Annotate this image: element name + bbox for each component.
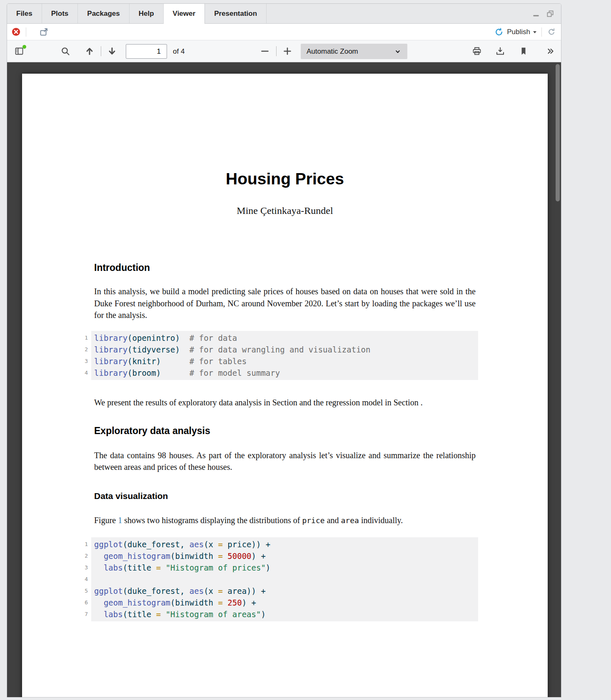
viewer-pane: Files Plots Packages Help Viewer Present… xyxy=(7,3,561,698)
download-icon[interactable] xyxy=(494,45,507,58)
document-author: Mine Çetinkaya-Rundel xyxy=(94,205,476,217)
tab-plots[interactable]: Plots xyxy=(42,4,78,23)
sidebar-toggle-button[interactable] xyxy=(12,45,26,58)
more-tools-chevrons-icon[interactable] xyxy=(544,45,557,58)
toolbar-divider xyxy=(101,46,101,56)
code-line-number: 6 xyxy=(80,597,88,608)
code-line-number: 1 xyxy=(80,332,88,344)
code-line: 2 geom_histogram(binwidth = 50000) + xyxy=(91,550,478,562)
bookmark-icon[interactable] xyxy=(517,45,530,58)
tab-presentation-label: Presentation xyxy=(214,10,257,18)
pane-tabbar: Files Plots Packages Help Viewer Present… xyxy=(7,4,561,24)
paragraph-figure: Figure 1 shows two histograms displaying… xyxy=(94,514,476,527)
zoom-in-button[interactable] xyxy=(281,45,294,58)
page-count-label: of 4 xyxy=(173,40,185,62)
maximize-pane-icon[interactable] xyxy=(546,10,554,18)
viewer-scrollbar[interactable] xyxy=(556,64,560,201)
inline-code-price: price xyxy=(302,516,324,525)
pdf-toolbar: of 4 Automatic Zoom xyxy=(7,40,561,62)
publish-dropdown-caret[interactable] xyxy=(533,31,536,33)
heading-data-visualization: Data visualization xyxy=(94,491,476,501)
tab-help-label: Help xyxy=(139,10,154,18)
tab-plots-label: Plots xyxy=(51,10,69,18)
tab-packages-label: Packages xyxy=(87,10,120,18)
code-line: 3 labs(title = "Histogram of prices") xyxy=(91,562,478,573)
heading-eda: Exploratory data analysis xyxy=(94,425,476,436)
zoom-select-value: Automatic Zoom xyxy=(307,47,358,56)
next-page-button[interactable] xyxy=(105,45,119,58)
figure-paragraph-text: shows two histograms displaying the dist… xyxy=(122,516,302,525)
code-line-number: 7 xyxy=(80,608,88,620)
code-line: 1library(openintro) # for data xyxy=(91,332,478,344)
zoom-out-button[interactable] xyxy=(258,45,272,58)
tab-files-label: Files xyxy=(16,10,32,18)
tab-packages[interactable]: Packages xyxy=(78,4,129,23)
code-line-number: 2 xyxy=(80,344,88,355)
code-line-number: 2 xyxy=(80,550,88,562)
toolbar-divider xyxy=(541,27,542,37)
figure-paragraph-text: and xyxy=(325,516,341,525)
open-in-new-window-icon[interactable] xyxy=(39,27,49,37)
paragraph-present: We present the results of exploratory da… xyxy=(94,397,476,409)
toolbar-divider xyxy=(26,27,26,37)
figure-paragraph-text: individually. xyxy=(359,516,403,525)
previous-page-button[interactable] xyxy=(83,45,96,58)
search-icon[interactable] xyxy=(59,45,72,58)
code-line: 2library(tidyverse) # for data wrangling… xyxy=(91,344,478,355)
minimize-pane-icon[interactable] xyxy=(532,10,540,18)
code-line: 4 xyxy=(91,573,478,585)
code-block-ggplot: 1ggplot(duke_forest, aes(x = price)) +2 … xyxy=(91,537,478,621)
paragraph-introduction: In this analysis, we build a model predi… xyxy=(94,285,476,321)
heading-introduction: Introduction xyxy=(94,262,476,273)
print-icon[interactable] xyxy=(470,45,484,58)
code-line-number: 3 xyxy=(80,355,88,367)
tab-viewer-label: Viewer xyxy=(173,10,196,18)
code-line-number: 5 xyxy=(80,585,88,597)
tab-viewer[interactable]: Viewer xyxy=(164,4,205,24)
code-line: 5ggplot(duke_forest, aes(x = area)) + xyxy=(91,585,478,597)
paragraph-eda: The data contains 98 houses. As part of … xyxy=(94,449,476,473)
code-line-number: 4 xyxy=(80,367,88,379)
tab-presentation[interactable]: Presentation xyxy=(205,4,267,23)
code-line: 4library(broom) # for model summary xyxy=(91,367,478,379)
sidebar-notification-dot xyxy=(22,45,26,49)
viewer-toolbar: Publish xyxy=(7,24,561,40)
code-line-number: 4 xyxy=(80,573,88,585)
publish-icon xyxy=(494,27,504,37)
zoom-select[interactable]: Automatic Zoom xyxy=(301,44,407,59)
close-viewer-button[interactable] xyxy=(11,27,21,37)
code-line: 1ggplot(duke_forest, aes(x = price)) + xyxy=(91,539,478,550)
code-line-number: 1 xyxy=(80,539,88,550)
refresh-icon[interactable] xyxy=(547,27,556,37)
figure-1-link[interactable]: 1 xyxy=(118,516,122,525)
tab-help[interactable]: Help xyxy=(130,4,164,23)
tab-files[interactable]: Files xyxy=(7,4,42,23)
document-title: Housing Prices xyxy=(94,170,476,188)
code-line: 6 geom_histogram(binwidth = 250) + xyxy=(91,597,478,608)
publish-controls: Publish xyxy=(494,27,556,37)
figure-paragraph-text: Figure xyxy=(94,516,118,525)
page-number-input[interactable] xyxy=(126,44,167,59)
code-line: 3library(knitr) # for tables xyxy=(91,355,478,367)
inline-code-area: area xyxy=(341,516,359,525)
code-line-number: 3 xyxy=(80,562,88,573)
chevron-down-icon xyxy=(394,48,402,55)
toolbar-divider xyxy=(276,46,277,56)
pane-window-controls xyxy=(532,4,561,23)
pdf-page: Housing Prices Mine Çetinkaya-Rundel Int… xyxy=(22,74,548,697)
pdf-viewport: Housing Prices Mine Çetinkaya-Rundel Int… xyxy=(7,62,561,697)
publish-label[interactable]: Publish xyxy=(507,28,530,36)
code-line: 7 labs(title = "Histogram of areas") xyxy=(91,608,478,620)
code-block-libraries: 1library(openintro) # for data2library(t… xyxy=(91,331,478,380)
